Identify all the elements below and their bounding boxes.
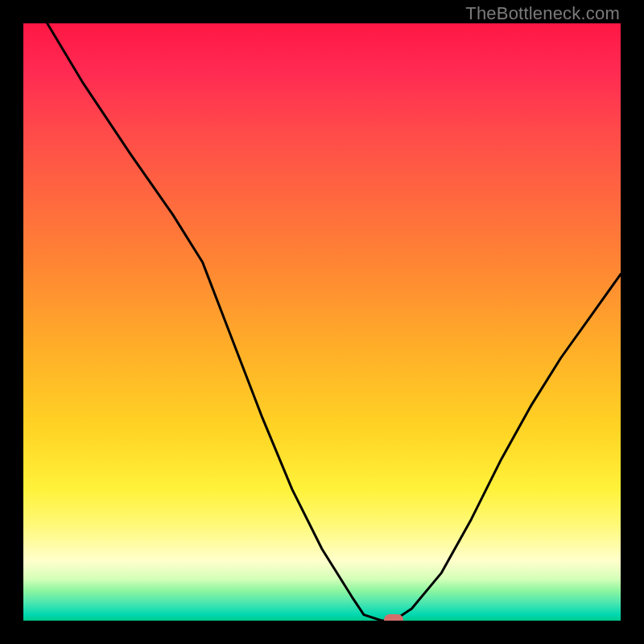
bottleneck-curve bbox=[23, 23, 621, 621]
chart-frame: TheBottleneck.com bbox=[0, 0, 644, 644]
watermark-text: TheBottleneck.com bbox=[465, 3, 620, 24]
optimal-marker bbox=[384, 614, 403, 621]
plot-area bbox=[23, 23, 621, 621]
